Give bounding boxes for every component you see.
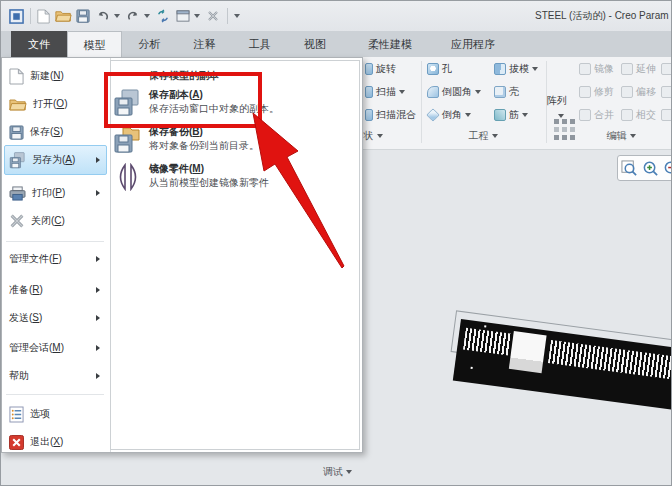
- tab-view[interactable]: 视图: [287, 31, 343, 57]
- hole-icon: [427, 63, 439, 75]
- quick-access-toolbar: [7, 6, 240, 26]
- editing-group-label[interactable]: 编辑: [561, 129, 672, 143]
- revolve-button[interactable]: 旋转: [365, 61, 396, 77]
- round-icon: [427, 86, 439, 98]
- pattern-button[interactable]: 阵列: [547, 93, 567, 109]
- app-menu-button[interactable]: [7, 7, 25, 25]
- engineering-group-label[interactable]: 工程: [427, 129, 539, 143]
- round-button[interactable]: 倒圆角: [427, 84, 481, 100]
- thicken-icon: [661, 86, 672, 98]
- menu-item-send-label: 发送(S): [9, 311, 42, 325]
- rib-label: 筋: [509, 108, 519, 122]
- tab-annotate[interactable]: 注释: [177, 31, 232, 57]
- options-icon: [9, 406, 24, 423]
- round-label: 倒圆角: [442, 85, 472, 99]
- tab-analysis[interactable]: 分析: [122, 31, 177, 57]
- menu-item-exit[interactable]: 退出(X): [2, 429, 108, 455]
- debug-caret: [346, 470, 352, 474]
- windows-dropdown-caret[interactable]: [194, 14, 200, 18]
- extend-button[interactable]: 延伸: [621, 61, 656, 77]
- revolve-icon: [365, 63, 373, 75]
- tab-model[interactable]: 模型: [67, 31, 122, 57]
- menu-item-manage-session[interactable]: 管理会话(M): [2, 337, 108, 359]
- menu-item-manage-session-label: 管理会话(M): [9, 341, 64, 355]
- menu-item-close[interactable]: 关闭(C): [2, 208, 108, 234]
- menu-item-send[interactable]: 发送(S): [2, 307, 108, 329]
- menu-item-save-as-label: 另存为(A): [32, 153, 75, 167]
- menu-item-save[interactable]: 保存(S): [2, 119, 108, 145]
- thicken-button[interactable]: [661, 84, 672, 100]
- zoom-in-button[interactable]: [642, 160, 659, 177]
- draft-label: 拔模: [509, 62, 529, 76]
- solidify-button[interactable]: [661, 107, 672, 123]
- chamfer-caret[interactable]: [465, 113, 471, 117]
- menu-item-prepare[interactable]: 准备(R): [2, 279, 108, 301]
- mirror-button[interactable]: 镜像: [579, 61, 614, 77]
- redo-dropdown-caret[interactable]: [144, 14, 150, 18]
- menu-item-prepare-label: 准备(R): [9, 283, 43, 297]
- vertex-dot: [471, 367, 473, 369]
- merge-button[interactable]: 合并: [579, 107, 614, 123]
- menu-item-options[interactable]: 选项: [2, 401, 108, 427]
- intersect-button[interactable]: 相交: [621, 107, 656, 123]
- save-icon: [9, 125, 24, 140]
- tab-applications[interactable]: 应用程序: [431, 31, 515, 57]
- menu-item-save-as[interactable]: 另存为(A): [2, 147, 108, 173]
- windows-button[interactable]: [174, 7, 192, 25]
- tab-tools[interactable]: 工具: [232, 31, 287, 57]
- new-file-button[interactable]: [34, 7, 52, 25]
- tab-flexible-modeling[interactable]: 柔性建模: [353, 31, 427, 57]
- menu-item-new[interactable]: 新建(N): [2, 63, 108, 89]
- sweep-caret[interactable]: [399, 90, 405, 94]
- sweep-icon: [365, 86, 373, 98]
- regenerate-button[interactable]: [154, 7, 172, 25]
- open-file-button[interactable]: [54, 7, 72, 25]
- menu-item-help[interactable]: 帮助: [2, 365, 108, 387]
- undo-button[interactable]: [94, 7, 112, 25]
- model-steel-part[interactable]: [450, 319, 672, 431]
- customize-toolbar-caret[interactable]: [234, 14, 240, 18]
- submenu-arrow-icon: [96, 157, 100, 163]
- rib-icon: [494, 109, 506, 121]
- mirror-icon: [579, 63, 591, 75]
- zoom-region-button[interactable]: [621, 160, 638, 177]
- debug-status-button[interactable]: 调试: [323, 465, 352, 479]
- redo-button[interactable]: [124, 7, 142, 25]
- save-button[interactable]: [74, 7, 92, 25]
- exit-icon: [9, 435, 24, 450]
- shell-button[interactable]: 壳: [494, 84, 519, 100]
- pattern-caret[interactable]: [558, 108, 564, 124]
- submenu-arrow-icon: [96, 287, 100, 293]
- swept-blend-label: 扫描混合: [376, 108, 416, 122]
- menu-item-open[interactable]: 打开(O): [2, 91, 108, 117]
- offset-icon: [621, 86, 633, 98]
- zoom-out-button[interactable]: [663, 160, 672, 177]
- undo-dropdown-caret[interactable]: [114, 14, 120, 18]
- chamfer-button[interactable]: 倒角: [427, 107, 471, 123]
- new-file-icon: [37, 9, 50, 24]
- debug-label: 调试: [323, 465, 343, 479]
- close-icon: [207, 10, 219, 22]
- sweep-button[interactable]: 扫描: [365, 84, 405, 100]
- extend-icon: [621, 63, 633, 75]
- menu-item-manage-file[interactable]: 管理文件(F): [2, 248, 108, 270]
- part-body[interactable]: [453, 319, 672, 412]
- rib-button[interactable]: 筋: [494, 107, 528, 123]
- swept-blend-button[interactable]: 扫描混合: [365, 107, 416, 123]
- trim-button[interactable]: 修剪: [579, 84, 614, 100]
- editing-group-caret: [630, 134, 636, 138]
- tab-file[interactable]: 文件: [11, 31, 67, 57]
- close-window-button[interactable]: [204, 7, 222, 25]
- menu-item-open-label: 打开(O): [33, 97, 67, 111]
- rib-caret[interactable]: [522, 113, 528, 117]
- merge-label: 合并: [594, 108, 614, 122]
- menu-item-print[interactable]: 打印(P): [2, 180, 108, 206]
- pattern-caret-icon: [558, 114, 564, 118]
- round-caret[interactable]: [475, 90, 481, 94]
- draft-caret[interactable]: [532, 67, 538, 71]
- offset-button[interactable]: 偏移: [621, 84, 656, 100]
- draft-button[interactable]: 拔模: [494, 61, 538, 77]
- hole-button[interactable]: 孔: [427, 61, 452, 77]
- engineering-group-caret: [492, 134, 498, 138]
- project-button[interactable]: [661, 61, 672, 77]
